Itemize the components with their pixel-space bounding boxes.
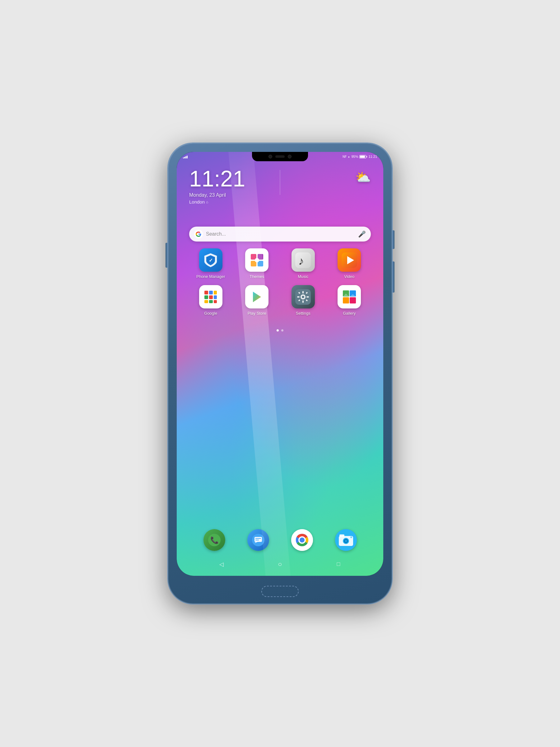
messages-dock-icon — [247, 529, 269, 551]
svg-rect-40 — [343, 297, 349, 304]
phone-icon-svg: 📞 — [208, 534, 220, 546]
svg-rect-31 — [297, 296, 300, 298]
app-item-phone-manager[interactable]: ✓ Phone Manager — [189, 248, 232, 279]
svg-rect-29 — [302, 291, 304, 293]
svg-rect-47 — [255, 537, 262, 542]
battery-fill — [360, 156, 365, 158]
phone-manager-label: Phone Manager — [196, 274, 225, 279]
google-icon — [199, 285, 222, 308]
microphone-icon[interactable]: 🎤 — [358, 230, 366, 238]
search-bar[interactable]: Search... 🎤 — [189, 227, 371, 241]
settings-icon — [292, 285, 315, 308]
screen-content: NF ⬧ 95% 11:21 11:21 — [177, 152, 383, 576]
bluetooth-icon: ⬧ — [348, 155, 350, 158]
chrome-dock-icon — [291, 529, 313, 551]
clock-location: London ⌂ — [189, 199, 245, 205]
svg-rect-15 — [205, 291, 208, 294]
svg-rect-7 — [255, 258, 259, 262]
app-item-video[interactable]: Video — [328, 248, 371, 279]
app-item-google[interactable]: Google — [189, 285, 232, 316]
signal-bar-1 — [183, 157, 184, 158]
page-dot-1 — [276, 329, 279, 332]
chrome-icon-svg — [291, 529, 313, 551]
dock-item-camera[interactable] — [335, 529, 357, 551]
face-sensor — [275, 155, 285, 158]
camera-icon-svg — [335, 529, 357, 551]
svg-rect-21 — [205, 300, 208, 303]
svg-text:📞: 📞 — [210, 536, 219, 544]
svg-rect-22 — [209, 300, 213, 303]
search-input[interactable]: Search... — [206, 231, 355, 237]
recents-button[interactable]: □ — [333, 559, 344, 570]
dock-item-messages[interactable] — [247, 529, 269, 551]
app-item-gallery[interactable]: Gallery — [328, 285, 371, 316]
svg-point-54 — [300, 538, 304, 542]
play-store-icon-svg — [249, 289, 265, 305]
svg-rect-19 — [209, 295, 213, 299]
front-camera-2 — [288, 155, 292, 158]
app-item-themes[interactable]: Themes — [236, 248, 279, 279]
clock-area: 11:21 Monday, 23 April London ⌂ ⛅ — [177, 168, 383, 205]
status-left — [183, 155, 188, 158]
music-label: Music — [298, 274, 308, 279]
google-g-logo — [194, 230, 203, 238]
dock: 📞 — [186, 526, 374, 554]
svg-point-59 — [345, 540, 347, 542]
volume-button[interactable] — [393, 261, 395, 292]
battery-percentage: 95% — [351, 155, 358, 158]
battery-tip — [367, 156, 367, 157]
home-button-nav[interactable]: ○ — [274, 559, 286, 570]
phone-screen: NF ⬧ 95% 11:21 11:21 — [177, 152, 383, 576]
video-icon — [338, 248, 361, 272]
app-item-music[interactable]: ♪ Music — [282, 248, 325, 279]
music-icon: ♪ — [292, 248, 315, 272]
fingerprint-button[interactable] — [261, 586, 299, 597]
svg-rect-20 — [214, 295, 217, 299]
google-label: Google — [204, 311, 217, 316]
signal-icon — [183, 155, 188, 158]
themes-icon-svg — [249, 252, 265, 268]
music-icon-svg: ♪ — [295, 252, 311, 268]
battery-icon — [359, 155, 367, 158]
signal-bar-2 — [184, 157, 185, 158]
svg-rect-16 — [209, 291, 213, 294]
svg-rect-17 — [214, 291, 217, 294]
app-item-settings[interactable]: Settings — [282, 285, 325, 316]
app-grid: ✓ Phone Manager — [186, 248, 374, 316]
video-icon-svg — [342, 252, 357, 268]
back-button[interactable]: ◁ — [216, 559, 227, 570]
front-camera — [268, 155, 272, 158]
svg-rect-23 — [214, 300, 217, 303]
nfc-icon: NF — [343, 155, 347, 158]
status-right: NF ⬧ 95% 11:21 — [343, 155, 377, 158]
battery-body — [359, 155, 366, 158]
phone-dock-icon: 📞 — [204, 529, 225, 551]
svg-text:♪: ♪ — [298, 255, 304, 267]
phone-manager-icon: ✓ — [199, 248, 222, 272]
home-icon: ⌂ — [206, 200, 208, 204]
clock-left: 11:21 Monday, 23 April London ⌂ — [189, 168, 245, 205]
power-button[interactable] — [393, 230, 395, 249]
notch — [252, 152, 308, 161]
svg-point-61 — [350, 536, 352, 538]
svg-rect-41 — [350, 297, 356, 304]
play-store-label: Play Store — [248, 311, 266, 316]
dock-item-chrome[interactable] — [291, 529, 313, 551]
app-item-play-store[interactable]: Play Store — [236, 285, 279, 316]
volume-down-button[interactable] — [165, 243, 167, 268]
weather-widget: ⛅ — [355, 170, 371, 185]
settings-icon-svg — [295, 289, 311, 305]
svg-rect-60 — [340, 535, 344, 537]
svg-text:✓: ✓ — [209, 258, 213, 263]
signal-bar-3 — [185, 156, 186, 158]
svg-rect-30 — [302, 300, 304, 303]
weather-icon: ⛅ — [355, 170, 371, 185]
clock-time: 11:21 — [189, 168, 245, 190]
dock-item-phone[interactable]: 📞 — [204, 529, 225, 551]
video-label: Video — [344, 274, 354, 279]
svg-point-28 — [302, 296, 304, 298]
nav-bar: ◁ ○ □ — [177, 556, 383, 573]
status-time: 11:21 — [368, 155, 377, 158]
clock-date: Monday, 23 April — [189, 192, 245, 198]
page-dot-2 — [281, 329, 284, 332]
